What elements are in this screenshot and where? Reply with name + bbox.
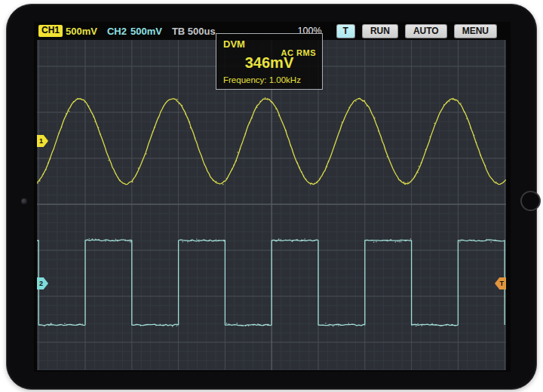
- dvm-title: DVM: [223, 38, 245, 50]
- trigger-button[interactable]: T: [336, 24, 355, 38]
- menu-button[interactable]: MENU: [454, 24, 497, 38]
- home-button[interactable]: [520, 191, 541, 211]
- camera-icon: [21, 198, 27, 204]
- ch2-marker-label: 2: [39, 280, 43, 287]
- trigger-marker-label: T: [500, 280, 505, 287]
- ch2-badge[interactable]: CH2: [107, 26, 127, 37]
- page: CH1 500mV CH2 500mV TB 500us 100% T RUN …: [0, 0, 543, 392]
- ch1-badge[interactable]: CH1: [38, 25, 63, 37]
- ch2-scale-value[interactable]: 500mV: [130, 26, 162, 37]
- ch2-square-trace: [37, 240, 505, 326]
- oscilloscope-screen: CH1 500mV CH2 500mV TB 500us 100% T RUN …: [34, 22, 511, 372]
- ch1-scale-value[interactable]: 500mV: [66, 26, 97, 37]
- timebase-value[interactable]: TB 500us: [172, 26, 216, 37]
- ch1-marker-label: 1: [39, 137, 43, 145]
- tablet-device: CH1 500mV CH2 500mV TB 500us 100% T RUN …: [6, 4, 537, 390]
- dvm-frequency: Frequency: 1.00kHz: [223, 75, 301, 84]
- run-button[interactable]: RUN: [362, 24, 398, 38]
- dvm-reading: 346mV: [216, 54, 322, 72]
- auto-button[interactable]: AUTO: [405, 24, 447, 38]
- dvm-overlay[interactable]: DVM AC RMS 346mV Frequency: 1.00kHz: [216, 33, 323, 90]
